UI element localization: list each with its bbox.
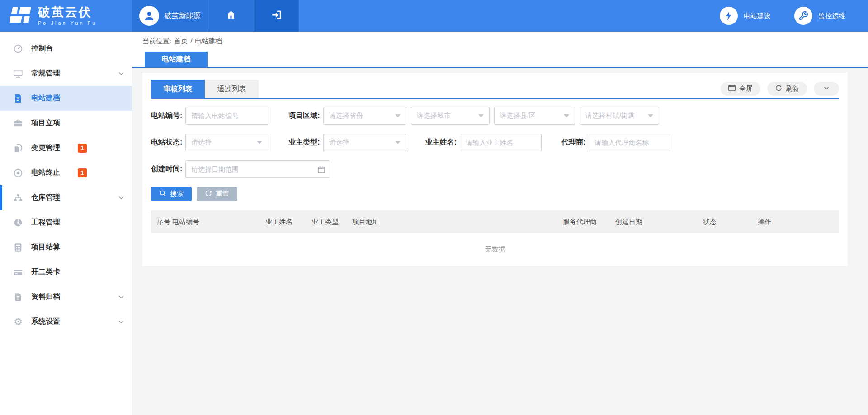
sidebar-item-general-mgmt[interactable]: 常规管理 bbox=[0, 61, 132, 86]
sidebar-item-label: 电站建档 bbox=[31, 93, 60, 103]
login-arrow-icon bbox=[271, 9, 283, 23]
app-logo: 破茧云伏 Po Jian Yun Fu bbox=[0, 0, 132, 32]
module-station-build[interactable]: 电站建设 bbox=[720, 7, 771, 25]
user-menu[interactable]: 破茧新能源 bbox=[132, 0, 208, 32]
select-placeholder: 请选择村镇/街道 bbox=[585, 112, 644, 120]
topbar: 破茧云伏 Po Jian Yun Fu 破茧新能源 bbox=[0, 0, 868, 32]
select-placeholder: 请选择 bbox=[329, 138, 392, 147]
col-actions: 操作 bbox=[758, 218, 771, 226]
col-owner-name: 业主姓名 bbox=[265, 218, 292, 226]
fullscreen-label: 全屏 bbox=[739, 84, 753, 93]
logout-button[interactable] bbox=[254, 0, 299, 32]
module-label: 电站建设 bbox=[744, 12, 771, 20]
notification-badge: 1 bbox=[78, 168, 87, 177]
caret-down-icon bbox=[395, 141, 401, 144]
sidebar-item-change-mgmt[interactable]: 变更管理 1 bbox=[0, 135, 132, 160]
sidebar-item-station-archive[interactable]: 电站建档 bbox=[0, 86, 132, 111]
breadcrumb-label: 当前位置: bbox=[142, 37, 171, 46]
briefcase-icon bbox=[13, 118, 24, 128]
sidebar-item-station-terminate[interactable]: 电站终止 1 bbox=[0, 160, 132, 185]
content-area: 审核列表 通过列表 全屏 刷新 bbox=[132, 69, 868, 415]
module-monitor-ops[interactable]: 监控运维 bbox=[794, 7, 845, 25]
col-created: 创建日期 bbox=[615, 218, 642, 226]
select-placeholder: 请选择城市 bbox=[417, 112, 475, 120]
sidebar-item-label: 变更管理 bbox=[31, 143, 60, 153]
module-label: 监控运维 bbox=[818, 12, 845, 20]
sidebar-item-system-settings[interactable]: ⚙ 系统设置 bbox=[0, 309, 132, 334]
sidebar: 控制台 常规管理 电站建档 项目立项 变更管理 1 电站终止 1 bbox=[0, 32, 132, 415]
chevron-down-icon bbox=[822, 84, 830, 93]
dashboard-pie-icon bbox=[13, 218, 24, 228]
document-icon bbox=[13, 93, 24, 103]
gear-icon: ⚙ bbox=[13, 317, 24, 327]
sidebar-item-label: 常规管理 bbox=[31, 69, 60, 78]
col-owner-type: 业主类型 bbox=[311, 218, 339, 226]
chevron-down-icon bbox=[118, 70, 125, 77]
city-select[interactable]: 请选择城市 bbox=[411, 107, 490, 125]
chevron-down-icon bbox=[118, 194, 125, 201]
station-status-select[interactable]: 请选择 bbox=[185, 134, 268, 151]
search-label: 搜索 bbox=[170, 190, 184, 198]
col-station-no: 电站编号 bbox=[172, 218, 199, 226]
reset-button[interactable]: 重置 bbox=[197, 187, 237, 201]
breadcrumb-current: 电站建档 bbox=[195, 37, 222, 46]
sidebar-item-data-archive[interactable]: 资料归档 bbox=[0, 284, 132, 309]
agent-input[interactable] bbox=[589, 134, 671, 151]
station-no-input[interactable] bbox=[185, 107, 268, 125]
page-tab-station-archive[interactable]: 电站建档 bbox=[145, 52, 208, 67]
panel-tab-bar: 审核列表 通过列表 全屏 刷新 bbox=[151, 73, 839, 99]
owner-type-select[interactable]: 请选择 bbox=[323, 134, 406, 151]
refresh-label: 刷新 bbox=[786, 84, 799, 93]
caret-down-icon bbox=[564, 114, 569, 117]
search-icon bbox=[159, 190, 166, 198]
province-select[interactable]: 请选择省份 bbox=[323, 107, 406, 125]
refresh-button[interactable]: 刷新 bbox=[767, 82, 807, 96]
date-range-input[interactable] bbox=[185, 160, 330, 178]
chevron-down-icon bbox=[118, 294, 125, 301]
field-label: 创建时间: bbox=[151, 164, 182, 174]
tab-review-list[interactable]: 审核列表 bbox=[151, 80, 205, 98]
sidebar-item-console[interactable]: 控制台 bbox=[0, 36, 132, 61]
town-select[interactable]: 请选择村镇/街道 bbox=[580, 107, 659, 125]
field-label: 项目区域: bbox=[288, 111, 320, 121]
home-button[interactable] bbox=[208, 0, 254, 32]
breadcrumb: 当前位置: 首页 / 电站建档 bbox=[142, 37, 222, 46]
sidebar-item-label: 电站终止 bbox=[31, 168, 60, 177]
empty-state: 无数据 bbox=[151, 233, 839, 266]
sidebar-item-open-type2-card[interactable]: 开二类卡 bbox=[0, 260, 132, 284]
caret-down-icon bbox=[478, 114, 484, 117]
sidebar-item-engineering-mgmt[interactable]: 工程管理 bbox=[0, 210, 132, 235]
sidebar-item-warehouse-mgmt[interactable]: 仓库管理 bbox=[0, 185, 132, 210]
field-label: 电站状态: bbox=[151, 138, 182, 147]
active-indicator-bar bbox=[0, 185, 2, 210]
fullscreen-button[interactable]: 全屏 bbox=[721, 82, 760, 96]
sidebar-item-label: 系统设置 bbox=[31, 317, 60, 326]
filter-form: 电站编号: 项目区域: 请选择省份 请选择城市 请选择县/区 请选择村镇/街道 bbox=[151, 99, 839, 201]
chevron-down-icon bbox=[118, 318, 125, 326]
sidebar-item-label: 工程管理 bbox=[31, 218, 60, 227]
brand-logo-icon bbox=[10, 5, 32, 26]
tab-passed-list[interactable]: 通过列表 bbox=[205, 80, 259, 98]
user-avatar-icon bbox=[139, 6, 159, 26]
station-archive-panel: 审核列表 通过列表 全屏 刷新 bbox=[142, 73, 848, 266]
collapse-panel-button[interactable] bbox=[814, 82, 839, 96]
main-content: 当前位置: 首页 / 电站建档 电站建档 审核列表 通过列表 全屏 bbox=[132, 32, 868, 415]
brand-name: 破茧云伏 bbox=[38, 6, 97, 19]
monitor-icon bbox=[13, 69, 24, 79]
sidebar-item-project-initiation[interactable]: 项目立项 bbox=[0, 111, 132, 135]
sidebar-item-label: 项目立项 bbox=[31, 118, 60, 128]
field-label: 电站编号: bbox=[151, 111, 182, 121]
home-icon bbox=[226, 9, 236, 22]
caret-down-icon bbox=[648, 114, 653, 117]
col-address: 项目地址 bbox=[352, 218, 379, 226]
col-status: 状态 bbox=[703, 218, 717, 226]
county-select[interactable]: 请选择县/区 bbox=[494, 107, 575, 125]
lightning-icon bbox=[720, 7, 738, 25]
select-placeholder: 请选择 bbox=[191, 138, 253, 147]
breadcrumb-home[interactable]: 首页 bbox=[174, 37, 188, 46]
sidebar-item-project-settlement[interactable]: 项目结算 bbox=[0, 235, 132, 260]
search-button[interactable]: 搜索 bbox=[151, 187, 192, 201]
owner-name-input[interactable] bbox=[460, 134, 542, 151]
calculator-icon bbox=[13, 242, 24, 252]
field-label: 代理商: bbox=[561, 138, 585, 147]
